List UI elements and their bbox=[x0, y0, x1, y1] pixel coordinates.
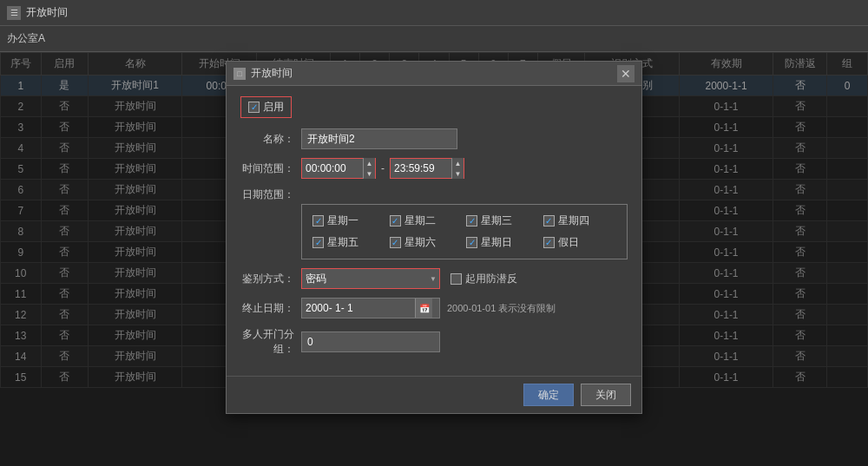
title-bar: ☰ 开放时间 bbox=[0, 0, 868, 26]
start-time-wrap: ▲ ▼ bbox=[301, 158, 376, 179]
day-label: 星期三 bbox=[481, 213, 512, 228]
day-label: 星期二 bbox=[404, 213, 436, 228]
end-date-row: 终止日期： 📅 2000-01-01 表示没有限制 bbox=[240, 298, 628, 318]
enabled-label-text: 启用 bbox=[263, 100, 284, 115]
day-item[interactable]: 星期六 bbox=[390, 235, 464, 250]
date-range-label-row: 日期范围： bbox=[240, 187, 628, 202]
day-checkbox[interactable] bbox=[390, 215, 401, 226]
name-label: 名称： bbox=[240, 132, 301, 147]
time-range-label: 时间范围： bbox=[240, 161, 301, 176]
mode-select-container: 密码 单卡识别 双卡识别 bbox=[301, 268, 440, 289]
day-label: 星期一 bbox=[327, 213, 358, 228]
enabled-row: 启用 bbox=[240, 96, 628, 118]
day-item[interactable]: 星期一 bbox=[312, 213, 386, 228]
toolbar: 办公室A bbox=[0, 26, 868, 52]
start-time-down[interactable]: ▼ bbox=[364, 168, 375, 179]
day-item[interactable]: 星期四 bbox=[543, 213, 617, 228]
main-area: 序号 启用 名称 开始时间 结束时间 1 2 3 4 5 6 7 假日 识别方式… bbox=[0, 52, 868, 466]
modal-title-text: 开放时间 bbox=[251, 66, 293, 81]
end-time-input[interactable] bbox=[391, 161, 451, 176]
time-range-row: 时间范围： ▲ ▼ - ▲ bbox=[240, 158, 628, 179]
calendar-icon[interactable]: 📅 bbox=[415, 299, 432, 318]
day-grid: 星期一星期二星期三星期四星期五星期六星期日假日 bbox=[312, 213, 616, 250]
close-button[interactable]: 关闭 bbox=[581, 384, 631, 406]
modal-title-icon: □ bbox=[233, 68, 246, 80]
group-row: 多人开门分组： bbox=[240, 327, 628, 357]
enabled-checkbox-label[interactable]: 启用 bbox=[240, 96, 292, 118]
day-label: 星期日 bbox=[481, 235, 512, 250]
time-separator: - bbox=[381, 162, 385, 174]
date-hint: 2000-01-01 表示没有限制 bbox=[447, 302, 556, 315]
anti-text: 起用防潜反 bbox=[465, 272, 517, 286]
day-item[interactable]: 星期二 bbox=[390, 213, 464, 228]
mode-select[interactable]: 密码 单卡识别 双卡识别 bbox=[301, 268, 440, 289]
day-checkbox[interactable] bbox=[466, 215, 477, 226]
toolbar-label: 办公室A bbox=[7, 31, 45, 46]
day-checkbox[interactable] bbox=[543, 215, 555, 226]
confirm-button[interactable]: 确定 bbox=[523, 384, 574, 406]
time-range-inputs: ▲ ▼ - ▲ ▼ bbox=[301, 158, 464, 179]
name-input[interactable] bbox=[301, 128, 457, 149]
day-item[interactable]: 星期三 bbox=[466, 213, 540, 228]
date-range-box: 星期一星期二星期三星期四星期五星期六星期日假日 bbox=[301, 204, 628, 259]
day-checkbox[interactable] bbox=[312, 237, 324, 248]
day-label: 假日 bbox=[558, 235, 579, 250]
modal-titlebar: □ 开放时间 ✕ bbox=[227, 62, 641, 86]
modal-overlay: □ 开放时间 ✕ 启用 名称： bbox=[0, 52, 868, 466]
day-item[interactable]: 假日 bbox=[543, 235, 617, 250]
title-bar-text: 开放时间 bbox=[26, 5, 68, 20]
mode-row: 鉴别方式： 密码 单卡识别 双卡识别 起用防潜反 bbox=[240, 268, 628, 289]
end-date-label: 终止日期： bbox=[240, 301, 301, 316]
end-time-down[interactable]: ▼ bbox=[452, 168, 464, 179]
day-checkbox[interactable] bbox=[466, 237, 477, 248]
modal-dialog: □ 开放时间 ✕ 启用 名称： bbox=[226, 61, 642, 414]
mode-select-wrap: 密码 单卡识别 双卡识别 起用防潜反 bbox=[301, 268, 628, 289]
anti-label[interactable]: 起用防潜反 bbox=[450, 272, 517, 286]
end-time-spin: ▲ ▼ bbox=[451, 158, 464, 179]
day-label: 星期六 bbox=[404, 235, 436, 250]
day-checkbox[interactable] bbox=[390, 237, 401, 248]
modal-footer: 确定 关闭 bbox=[227, 376, 641, 413]
modal-titlebar-left: □ 开放时间 bbox=[233, 66, 293, 81]
end-time-wrap: ▲ ▼ bbox=[390, 158, 464, 179]
day-checkbox[interactable] bbox=[543, 237, 555, 248]
day-checkbox[interactable] bbox=[312, 215, 324, 226]
name-row: 名称： bbox=[240, 128, 628, 149]
date-input[interactable] bbox=[302, 300, 415, 316]
group-input[interactable] bbox=[301, 331, 440, 352]
mode-label: 鉴别方式： bbox=[240, 272, 301, 286]
day-label: 星期四 bbox=[558, 213, 589, 228]
date-input-wrap: 📅 bbox=[301, 298, 440, 318]
anti-checkbox[interactable] bbox=[450, 273, 462, 285]
end-time-up[interactable]: ▲ bbox=[452, 158, 464, 168]
day-label: 星期五 bbox=[327, 235, 358, 250]
enabled-checkbox[interactable] bbox=[248, 102, 260, 113]
title-bar-icon: ☰ bbox=[7, 6, 21, 20]
group-label: 多人开门分组： bbox=[240, 327, 301, 357]
modal-close-button[interactable]: ✕ bbox=[617, 65, 635, 82]
day-item[interactable]: 星期日 bbox=[466, 235, 540, 250]
start-time-spin: ▲ ▼ bbox=[363, 158, 375, 179]
start-time-input[interactable] bbox=[302, 161, 363, 176]
modal-body: 启用 名称： 时间范围： ▲ ▼ bbox=[227, 86, 641, 376]
day-item[interactable]: 星期五 bbox=[312, 235, 386, 250]
start-time-up[interactable]: ▲ bbox=[364, 158, 375, 168]
date-range-label: 日期范围： bbox=[240, 187, 301, 202]
